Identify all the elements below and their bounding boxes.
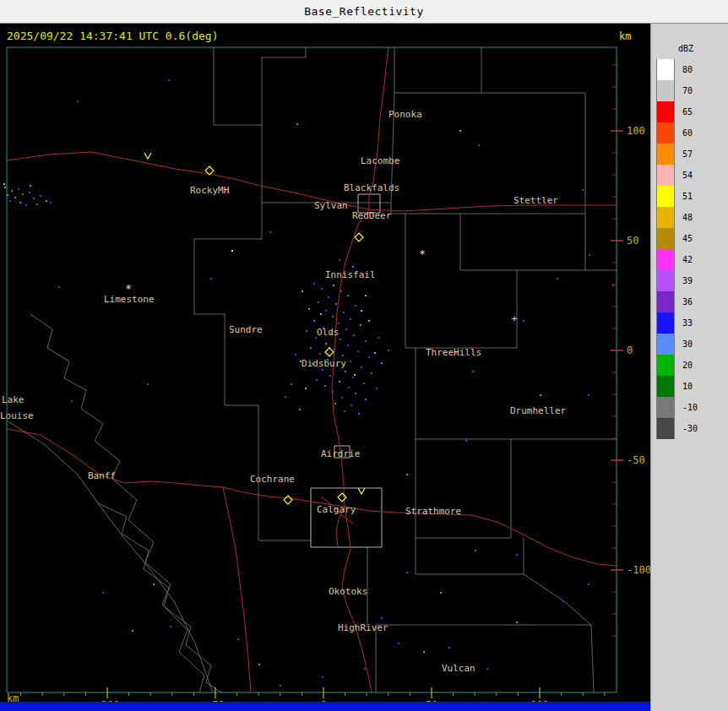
reflectivity-echo bbox=[406, 572, 408, 573]
radar-display[interactable]: PonokaLacombeBlackfaldsSylvanRedDeerStet… bbox=[0, 24, 650, 711]
legend-dbz-label: 70 bbox=[682, 86, 693, 95]
legend-entry: 80 bbox=[656, 59, 698, 80]
reflectivity-echo bbox=[523, 320, 524, 322]
reflectivity-echo bbox=[350, 318, 351, 320]
reflectivity-echo bbox=[588, 583, 589, 585]
legend-dbz-label: 51 bbox=[682, 192, 693, 201]
reflectivity-echo bbox=[3, 183, 5, 185]
city-label: Lacombe bbox=[361, 155, 399, 166]
legend-entry: 45 bbox=[656, 228, 698, 249]
legend-dbz-label: 48 bbox=[682, 213, 693, 222]
reflectivity-echo bbox=[46, 200, 47, 202]
reflectivity-echo bbox=[318, 301, 319, 303]
reflectivity-echo bbox=[368, 356, 370, 358]
reflectivity-echo bbox=[22, 193, 24, 195]
reflectivity-echo bbox=[365, 399, 367, 400]
checkmark-marker-icon bbox=[358, 488, 365, 494]
reflectivity-echo bbox=[352, 377, 354, 378]
reflectivity-echo bbox=[440, 592, 442, 594]
reflectivity-echo bbox=[365, 340, 367, 342]
city-label: Stettler bbox=[513, 195, 558, 206]
legend-swatch bbox=[656, 334, 675, 355]
highway-line bbox=[7, 429, 345, 507]
reflectivity-echo bbox=[350, 361, 351, 362]
reflectivity-echo bbox=[345, 371, 346, 372]
reflectivity-echo bbox=[322, 676, 323, 678]
reflectivity-echo bbox=[381, 362, 383, 364]
legend-entry: 42 bbox=[656, 249, 698, 270]
city-label: Louise bbox=[0, 410, 34, 421]
reflectivity-echo bbox=[296, 123, 298, 125]
city-label: Banff bbox=[88, 470, 116, 481]
legend-entry: 20 bbox=[656, 355, 698, 376]
county-boundary bbox=[524, 574, 591, 625]
legend-swatch bbox=[656, 101, 675, 122]
legend-dbz-label: 36 bbox=[682, 297, 693, 307]
right-axis-tick-label: 50 bbox=[627, 235, 638, 247]
legend-dbz-label: -30 bbox=[682, 424, 698, 433]
reflectivity-echo bbox=[329, 375, 331, 377]
reflectivity-echo bbox=[291, 383, 292, 385]
legend-dbz-label: 80 bbox=[682, 65, 693, 74]
reflectivity-echo bbox=[361, 366, 362, 368]
legend-dbz-label: 60 bbox=[682, 128, 693, 138]
reflectivity-echo bbox=[316, 379, 318, 381]
legend-swatch bbox=[656, 249, 675, 270]
reflectivity-echo bbox=[36, 204, 38, 205]
reflectivity-echo bbox=[258, 664, 260, 665]
county-boundary bbox=[591, 625, 594, 692]
reflectivity-echo bbox=[388, 350, 389, 351]
reflectivity-echo bbox=[25, 204, 27, 206]
reflectivity-echo bbox=[302, 290, 303, 292]
legend-swatch bbox=[656, 228, 675, 249]
window-title-bar: Base_Reflectivity bbox=[0, 0, 728, 24]
reflectivity-echo bbox=[33, 198, 35, 199]
city-label: Sylvan bbox=[314, 200, 348, 211]
reflectivity-echo bbox=[347, 295, 349, 296]
reflectivity-echo bbox=[562, 600, 564, 602]
legend-title: dBZ bbox=[678, 44, 693, 53]
right-axis-tick-label: -100 bbox=[627, 564, 650, 576]
reflectivity-echo bbox=[321, 288, 323, 290]
reflectivity-echo bbox=[77, 100, 79, 102]
reflectivity-echo bbox=[358, 413, 360, 415]
window-title: Base_Reflectivity bbox=[304, 5, 424, 18]
reflectivity-echo bbox=[341, 397, 343, 399]
reflectivity-echo bbox=[368, 320, 370, 322]
city-label: ThreeHills bbox=[426, 347, 481, 358]
reflectivity-echo bbox=[30, 185, 31, 187]
legend-dbz-label: -10 bbox=[682, 403, 698, 412]
reflectivity-echo bbox=[354, 374, 356, 376]
reflectivity-echo bbox=[465, 440, 467, 442]
legend-swatch bbox=[656, 376, 675, 397]
reflectivity-echo bbox=[557, 278, 558, 280]
legend-color-scale: 80706560575451484542393633302010-10-30 bbox=[656, 59, 698, 439]
legend-dbz-label: 39 bbox=[682, 276, 693, 285]
highway-line bbox=[345, 507, 617, 566]
legend-swatch bbox=[656, 207, 675, 228]
reflectivity-echo bbox=[348, 387, 350, 388]
reflectivity-echo bbox=[4, 187, 6, 188]
city-label: Okotoks bbox=[329, 586, 367, 597]
legend-dbz-label: 54 bbox=[682, 171, 693, 180]
reflectivity-echo bbox=[342, 355, 344, 356]
reflectivity-echo bbox=[398, 643, 399, 644]
animation-progress-bar[interactable] bbox=[0, 702, 650, 711]
reflectivity-echo bbox=[305, 388, 307, 389]
reflectivity-echo bbox=[50, 202, 52, 204]
reflectivity-echo bbox=[325, 310, 327, 312]
reflectivity-echo bbox=[324, 385, 326, 387]
city-label: Cochrane bbox=[250, 474, 295, 485]
reflectivity-echo bbox=[472, 371, 474, 372]
reflectivity-echo bbox=[516, 621, 518, 623]
dot-marker-icon bbox=[231, 250, 233, 252]
reflectivity-echo bbox=[339, 381, 340, 383]
reflectivity-echo bbox=[280, 685, 281, 687]
reflectivity-echo bbox=[19, 202, 21, 204]
reflectivity-echo bbox=[347, 345, 349, 346]
legend-swatch bbox=[656, 165, 675, 186]
reflectivity-echo bbox=[334, 403, 336, 404]
city-label: Didsbury bbox=[302, 358, 346, 369]
legend-dbz-label: 45 bbox=[682, 234, 693, 243]
reflectivity-echo bbox=[102, 592, 104, 594]
